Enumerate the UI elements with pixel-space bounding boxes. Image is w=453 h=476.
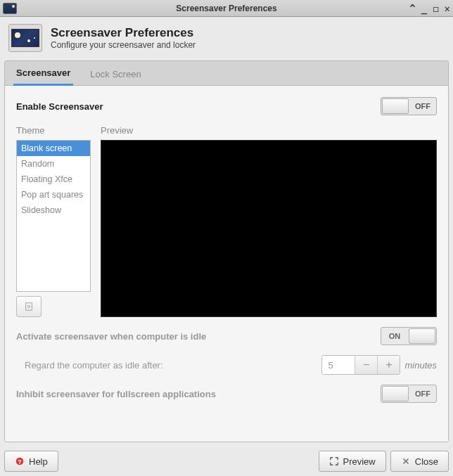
- preview-button[interactable]: Preview: [319, 451, 386, 472]
- close-icon[interactable]: ✕: [445, 3, 450, 14]
- theme-list[interactable]: Blank screen Random Floating Xfce Pop ar…: [16, 140, 91, 292]
- tab-screensaver[interactable]: Screensaver: [13, 62, 73, 86]
- theme-item-blank-screen[interactable]: Blank screen: [17, 141, 90, 156]
- screensaver-monitor-icon: [8, 24, 42, 52]
- preview-area: [101, 140, 437, 317]
- theme-item-pop-art-squares[interactable]: Pop art squares: [17, 187, 90, 202]
- activate-idle-label: Activate screensaver when computer is id…: [16, 331, 206, 342]
- tab-lock-screen[interactable]: Lock Screen: [87, 63, 143, 85]
- svg-text:?: ?: [18, 458, 21, 465]
- theme-item-random[interactable]: Random: [17, 156, 90, 172]
- theme-item-floating-xfce[interactable]: Floating Xfce: [17, 172, 90, 187]
- preview-label: Preview: [101, 125, 437, 136]
- theme-settings-button[interactable]: [16, 296, 42, 317]
- document-properties-icon: [24, 302, 34, 311]
- help-button-label: Help: [29, 456, 48, 467]
- inhibit-fullscreen-label: Inhibit screensaver for fullscreen appli…: [16, 389, 216, 399]
- toggle-state: OFF: [409, 102, 436, 110]
- tab-bar: Screensaver Lock Screen: [5, 61, 448, 86]
- maximize-icon[interactable]: ◻: [433, 3, 438, 14]
- stepper-plus-button[interactable]: +: [377, 356, 400, 374]
- toggle-knob: [382, 386, 409, 401]
- preview-button-label: Preview: [343, 456, 376, 467]
- idle-after-label: Regard the computer as idle after:: [25, 360, 163, 371]
- header: Screensaver Preferences Configure your s…: [0, 17, 453, 56]
- activate-idle-toggle[interactable]: ON: [381, 327, 437, 345]
- minimize-icon[interactable]: _: [421, 3, 427, 14]
- toggle-knob: [382, 98, 409, 114]
- help-button[interactable]: ? Help: [4, 451, 58, 472]
- dialog-buttons: ? Help Preview Close: [0, 446, 453, 476]
- stepper-minus-button[interactable]: −: [355, 356, 377, 374]
- idle-minutes-input[interactable]: [322, 356, 355, 374]
- toggle-state: ON: [381, 332, 408, 340]
- inhibit-fullscreen-toggle[interactable]: OFF: [381, 385, 437, 403]
- enable-screensaver-toggle[interactable]: OFF: [381, 97, 437, 115]
- window-title: Screensaver Preferences: [0, 4, 453, 13]
- app-icon: [3, 3, 17, 14]
- page-subtitle: Configure your screensaver and locker: [51, 40, 196, 50]
- svg-rect-0: [26, 303, 32, 311]
- enable-screensaver-label: Enable Screensaver: [16, 101, 103, 112]
- window-up-icon[interactable]: ^: [409, 3, 415, 14]
- close-button[interactable]: Close: [390, 451, 449, 472]
- close-x-icon: [401, 456, 411, 466]
- idle-unit-label: minutes: [404, 360, 437, 371]
- svg-point-1: [27, 305, 30, 308]
- help-icon: ?: [15, 456, 25, 466]
- toggle-knob: [409, 328, 435, 344]
- theme-item-slideshow[interactable]: Slideshow: [17, 202, 90, 218]
- tab-panel: Screensaver Lock Screen Enable Screensav…: [4, 60, 449, 442]
- fullscreen-icon: [329, 456, 339, 466]
- theme-label: Theme: [16, 125, 91, 136]
- toggle-state: OFF: [409, 390, 436, 398]
- close-button-label: Close: [415, 456, 438, 467]
- page-title: Screensaver Preferences: [51, 26, 196, 40]
- idle-minutes-stepper[interactable]: − +: [321, 355, 400, 375]
- titlebar: Screensaver Preferences ^ _ ◻ ✕: [0, 0, 453, 17]
